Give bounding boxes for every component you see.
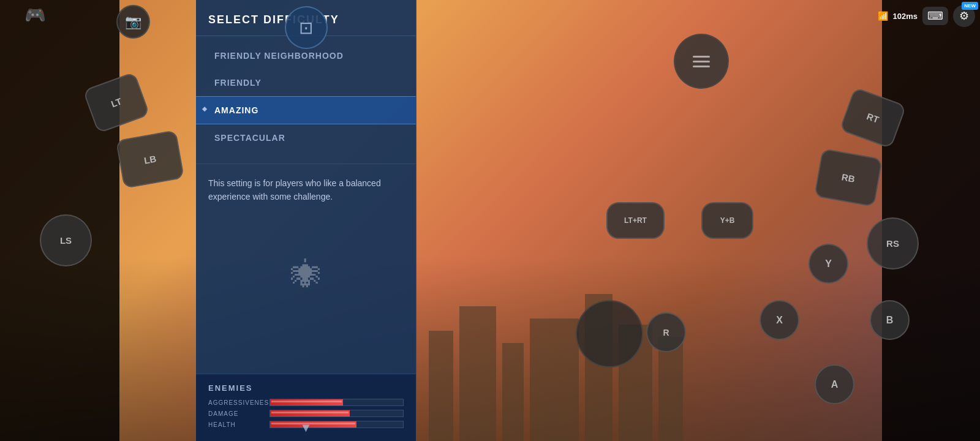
app-icon: 🎮: [24, 5, 46, 25]
lb-label: LB: [143, 153, 157, 165]
y-b-combo-button[interactable]: Y+B: [701, 202, 753, 239]
rb-button[interactable]: RB: [814, 148, 883, 207]
dpad[interactable]: [576, 300, 643, 368]
a-button[interactable]: A: [815, 364, 854, 404]
keyboard-icon: ⌨: [927, 10, 943, 22]
difficulty-option-spectacular[interactable]: SPECTACULAR: [196, 124, 416, 151]
down-arrow-icon: ▼: [300, 421, 312, 435]
spider-logo: 🕷: [291, 257, 322, 293]
menu-line-3: [693, 66, 710, 67]
settings-button[interactable]: ⚙ NEW: [953, 5, 975, 27]
camera-button[interactable]: 📷: [116, 5, 150, 39]
dpad-icon: ⊡: [299, 18, 313, 38]
y-b-label: Y+B: [720, 216, 735, 225]
lt-rt-combo-button[interactable]: LT+RT: [606, 202, 665, 239]
settings-icon: ⚙: [959, 9, 969, 23]
difficulty-option-amazing[interactable]: AMAZING: [196, 96, 416, 124]
lb-button[interactable]: LB: [116, 130, 184, 189]
keyboard-button[interactable]: ⌨: [922, 7, 948, 25]
r-button[interactable]: R: [646, 312, 686, 352]
enemies-section: ENEMIES AGGRESSIVENESS DAMAGE HEALTH ▼: [196, 374, 416, 441]
difficulty-description: This setting is for players who like a b…: [196, 164, 416, 216]
stat-bar-damage-container: [270, 410, 404, 417]
stat-label-damage: DAMAGE: [208, 410, 270, 417]
enemies-title: ENEMIES: [208, 383, 404, 393]
difficulty-option-friendly-neighborhood[interactable]: FRIENDLY NEIGHBORHOOD: [196, 42, 416, 69]
rs-label: RS: [886, 238, 899, 249]
stat-bar-aggressiveness-container: [270, 399, 404, 406]
stat-bar-damage: [270, 410, 350, 417]
ls-button[interactable]: LS: [40, 214, 92, 266]
menu-center-button[interactable]: [674, 34, 729, 89]
y-button[interactable]: Y: [809, 244, 848, 284]
y-label: Y: [825, 258, 832, 270]
camera-icon: 📷: [125, 14, 141, 30]
new-badge: NEW: [962, 2, 978, 10]
stat-row-aggressiveness: AGGRESSIVENESS: [208, 399, 404, 406]
a-label: A: [831, 379, 839, 390]
lt-label: LT: [110, 96, 123, 110]
stat-label-aggressiveness: AGGRESSIVENESS: [208, 399, 270, 406]
x-button[interactable]: X: [760, 300, 799, 340]
b-label: B: [886, 315, 894, 326]
status-bar: 📶 102ms ⌨ ⚙ NEW: [878, 5, 975, 27]
buildings: [417, 270, 882, 441]
rs-button[interactable]: RS: [867, 217, 919, 270]
difficulty-menu: ⊡ SELECT DIFFICULTY FRIENDLY NEIGHBORHOO…: [196, 0, 417, 441]
stat-bar-health-container: [270, 421, 404, 428]
menu-line-1: [693, 56, 710, 58]
lt-rt-label: LT+RT: [624, 216, 647, 225]
stat-row-damage: DAMAGE: [208, 410, 404, 417]
stat-bar-health: [270, 421, 356, 428]
stat-label-health: HEALTH: [208, 421, 270, 428]
ls-label: LS: [60, 235, 72, 246]
menu-lines: [693, 56, 710, 67]
difficulty-options: FRIENDLY NEIGHBORHOOD FRIENDLY AMAZING S…: [196, 36, 416, 157]
r-label: R: [663, 328, 669, 337]
rt-label: RT: [865, 111, 881, 125]
x-label: X: [776, 315, 783, 326]
rb-label: RB: [841, 172, 856, 184]
b-button[interactable]: B: [870, 300, 910, 340]
menu-line-2: [693, 61, 710, 62]
stat-bar-aggressiveness: [270, 399, 343, 405]
wifi-icon: 📶: [878, 11, 888, 21]
latency-display: 102ms: [893, 12, 918, 21]
difficulty-option-friendly[interactable]: FRIENDLY: [196, 69, 416, 96]
